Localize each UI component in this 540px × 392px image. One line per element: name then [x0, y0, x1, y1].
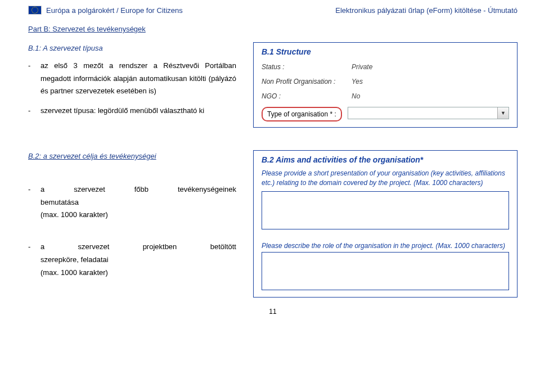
nonprofit-row: Non Profit Organisation : Yes	[262, 74, 509, 89]
aims-panel: B.2 Aims and activities of the organisat…	[253, 150, 518, 298]
ngo-row: NGO : No	[262, 89, 509, 103]
b2b1w3: tevékenységeinek	[178, 183, 236, 196]
b2-title: B.2: a szervezet célja és tevékenységei	[28, 150, 236, 163]
b2b2l3: (max. 1000 karakter)	[40, 267, 236, 280]
bullet-dash: -	[28, 183, 40, 196]
b2b2w2: projektben	[143, 241, 177, 254]
status-label: Status :	[262, 63, 352, 71]
org-type-select[interactable]: ▼	[348, 107, 509, 119]
b1-title: B.1: A szervezet típusa	[28, 42, 236, 55]
b2-bullet2: a szervezet projektben betöltött szerepk…	[40, 241, 236, 279]
panel2-title: B.2 Aims and activities of the organisat…	[262, 155, 509, 164]
chevron-down-icon[interactable]: ▼	[497, 107, 508, 119]
b1-bullet1-text: az első 3 mezőt a rendszer a Résztvevői …	[40, 60, 236, 98]
bullet-dash: -	[28, 241, 40, 254]
eu-flag-icon	[28, 6, 42, 15]
header-right-text: Elektronikus pályázati űrlap (eForm) kit…	[335, 6, 518, 15]
nonprofit-label: Non Profit Organisation :	[262, 78, 352, 85]
page-header: Európa a polgárokért / Europe for Citize…	[28, 6, 518, 15]
status-row: Status : Private	[262, 60, 509, 74]
org-presentation-textarea[interactable]	[262, 191, 509, 229]
b2b1l3: (max. 1000 karakter)	[40, 209, 236, 222]
page-number: 11	[28, 308, 518, 316]
b2b2l2: szerepköre, feladatai	[40, 254, 236, 267]
b2b2w3: betöltött	[210, 241, 236, 254]
ngo-label: NGO :	[262, 92, 352, 100]
panel1-title: B.1 Structure	[262, 47, 509, 56]
b2-bullet1: a szervezet főbb tevékenységeinek bemuta…	[40, 183, 236, 222]
org-role-textarea[interactable]	[262, 252, 509, 290]
b2b1w0: a	[40, 183, 44, 196]
bullet-dash: -	[28, 60, 40, 73]
org-type-select-field[interactable]	[348, 107, 497, 119]
bullet-dash: -	[28, 105, 40, 118]
b2b1w2: főbb	[134, 183, 148, 196]
part-b-title: Part B: Szervezet és tevékenységek	[28, 25, 518, 33]
b2b2w1: szervezet	[78, 241, 110, 254]
header-left-text: Európa a polgárokért / Europe for Citize…	[46, 6, 183, 15]
b2b2w0: a	[40, 241, 44, 254]
org-type-label: Type of organisation * :	[262, 107, 342, 121]
b2b1w1: szervezet	[74, 183, 105, 196]
panel2-desc1: Please provide a short presentation of y…	[262, 169, 509, 188]
nonprofit-value: Yes	[352, 78, 363, 85]
ngo-value: No	[352, 92, 360, 100]
panel2-desc2: Please describe the role of the organisa…	[262, 242, 509, 250]
b1-bullet2-text: szervezet típusa: legördülő menüből vála…	[40, 105, 236, 118]
b2b1l2: bemutatása	[40, 196, 236, 209]
structure-panel: B.1 Structure Status : Private Non Profi…	[253, 42, 518, 128]
status-value: Private	[352, 63, 372, 71]
